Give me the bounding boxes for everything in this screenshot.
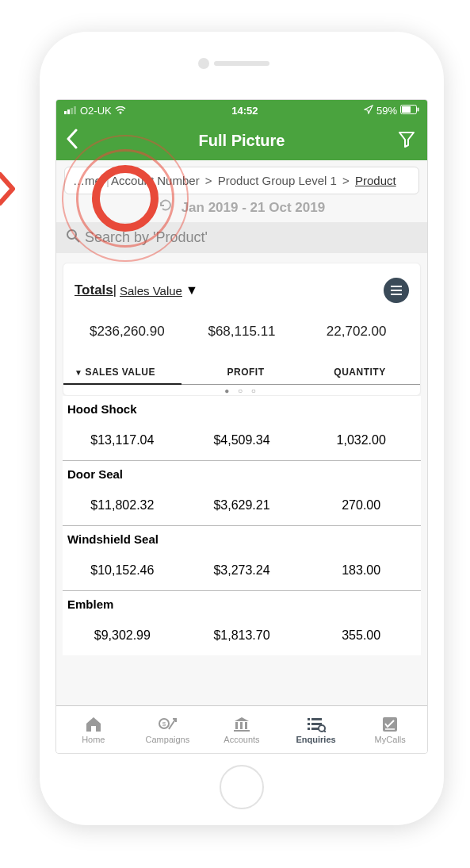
svg-text:$: $ bbox=[162, 720, 166, 728]
column-header-sales-label: SALES VALUE bbox=[85, 367, 155, 378]
refresh-icon bbox=[159, 200, 177, 215]
svg-rect-15 bbox=[235, 722, 238, 729]
svg-rect-20 bbox=[311, 718, 322, 720]
cell-quantity: 355.00 bbox=[301, 628, 421, 643]
totals-card: Totals | Sales Value ▼ $236,260.90 $68,1… bbox=[63, 263, 421, 396]
breadcrumb-prefix: …me bbox=[73, 174, 101, 187]
svg-rect-1 bbox=[67, 109, 70, 114]
cell-sales: $10,152.46 bbox=[63, 563, 182, 578]
svg-rect-7 bbox=[417, 107, 418, 111]
column-header-sales[interactable]: ▼SALES VALUE bbox=[67, 367, 189, 378]
totals-title[interactable]: Totals bbox=[75, 282, 113, 298]
camera-dot bbox=[198, 58, 209, 69]
svg-rect-18 bbox=[234, 730, 250, 732]
tab-label: Accounts bbox=[224, 735, 259, 744]
breadcrumb-separator: | bbox=[106, 174, 109, 187]
tab-bar: Home $ Campaigns Accounts Enquiries MyCa… bbox=[56, 705, 427, 753]
svg-point-8 bbox=[67, 230, 76, 239]
enquiries-icon bbox=[306, 716, 327, 733]
svg-point-4 bbox=[119, 111, 121, 113]
filter-button[interactable] bbox=[397, 129, 416, 152]
svg-rect-24 bbox=[311, 728, 319, 730]
phone-frame: O2-UK 14:52 59% Full Picture bbox=[40, 32, 444, 825]
cell-profit: $4,509.34 bbox=[182, 433, 302, 447]
table-row[interactable]: $10,152.46 $3,273.24 183.00 bbox=[63, 547, 421, 590]
cell-profit: $3,629.21 bbox=[182, 498, 302, 513]
breadcrumb-item-account-number[interactable]: Account Number bbox=[111, 174, 200, 187]
breadcrumb-chevron: > bbox=[205, 174, 212, 187]
breadcrumb-item-product[interactable]: Product bbox=[355, 174, 396, 187]
cell-sales: $13,117.04 bbox=[63, 433, 182, 447]
wifi-icon bbox=[115, 105, 126, 117]
battery-icon bbox=[400, 105, 419, 117]
tab-label: Home bbox=[82, 735, 105, 744]
search-icon bbox=[66, 229, 80, 247]
svg-line-26 bbox=[324, 731, 326, 732]
tab-accounts[interactable]: Accounts bbox=[204, 706, 279, 753]
column-header-profit[interactable]: PROFIT bbox=[189, 367, 303, 378]
battery-percent-label: 59% bbox=[376, 105, 397, 117]
row-name[interactable]: Emblem bbox=[63, 590, 421, 613]
speaker-slit bbox=[214, 61, 269, 66]
svg-rect-6 bbox=[402, 106, 411, 113]
svg-rect-3 bbox=[74, 106, 76, 114]
date-range[interactable]: Jan 2019 - 21 Oct 2019 bbox=[56, 194, 427, 222]
table-row[interactable]: $11,802.32 $3,629.21 270.00 bbox=[63, 482, 421, 525]
back-button[interactable] bbox=[66, 129, 78, 153]
nav-bar: Full Picture bbox=[56, 121, 427, 160]
signal-icon bbox=[64, 105, 77, 117]
search-placeholder: Search by 'Product' bbox=[85, 229, 208, 246]
cell-profit: $1,813.70 bbox=[182, 628, 302, 643]
totals-sales-value: $236,260.90 bbox=[70, 324, 185, 340]
tab-enquiries[interactable]: Enquiries bbox=[279, 706, 353, 753]
totals-profit-value: $68,115.11 bbox=[185, 324, 300, 340]
screen: O2-UK 14:52 59% Full Picture bbox=[55, 99, 428, 754]
totals-pipe: | bbox=[113, 283, 117, 298]
cell-quantity: 270.00 bbox=[301, 498, 421, 513]
table-row[interactable]: $9,302.99 $1,813.70 355.00 bbox=[63, 613, 421, 655]
status-bar: O2-UK 14:52 59% bbox=[56, 100, 427, 121]
svg-rect-16 bbox=[240, 722, 243, 729]
carrier-label: O2-UK bbox=[80, 105, 112, 117]
table-row[interactable]: $13,117.04 $4,509.34 1,032.00 bbox=[63, 417, 421, 460]
cell-sales: $11,802.32 bbox=[63, 498, 182, 513]
data-rows: Hood Shock $13,117.04 $4,509.34 1,032.00… bbox=[63, 396, 421, 655]
column-header-quantity[interactable]: QUANTITY bbox=[303, 367, 417, 378]
menu-button[interactable] bbox=[384, 278, 409, 303]
svg-rect-19 bbox=[308, 718, 310, 720]
location-icon bbox=[364, 105, 373, 117]
tab-campaigns[interactable]: $ Campaigns bbox=[131, 706, 205, 753]
tab-home[interactable]: Home bbox=[56, 706, 131, 753]
hamburger-icon bbox=[390, 282, 403, 299]
svg-rect-0 bbox=[64, 111, 67, 114]
tab-label: MyCalls bbox=[375, 735, 406, 744]
home-hardware-button[interactable] bbox=[220, 765, 264, 809]
campaigns-icon: $ bbox=[157, 716, 178, 733]
svg-point-25 bbox=[319, 725, 325, 732]
cell-quantity: 183.00 bbox=[301, 563, 421, 578]
row-name[interactable]: Windshield Seal bbox=[63, 525, 421, 547]
cell-sales: $9,302.99 bbox=[63, 628, 182, 643]
date-range-label: Jan 2019 - 21 Oct 2019 bbox=[182, 200, 325, 215]
tab-mycalls[interactable]: MyCalls bbox=[353, 706, 427, 753]
sort-down-icon: ▼ bbox=[75, 368, 82, 377]
search-bar[interactable]: Search by 'Product' bbox=[56, 222, 427, 253]
row-name[interactable]: Door Seal bbox=[63, 460, 421, 482]
breadcrumb[interactable]: …me |Account Number > Product Group Leve… bbox=[64, 167, 419, 194]
tab-label: Enquiries bbox=[296, 735, 336, 744]
breadcrumb-item-product-group[interactable]: Product Group Level 1 bbox=[218, 174, 337, 187]
clock-label: 14:52 bbox=[231, 105, 258, 117]
svg-line-9 bbox=[75, 238, 79, 242]
row-name[interactable]: Hood Shock bbox=[63, 396, 421, 417]
pagination-dots[interactable]: ● ○ ○ bbox=[63, 386, 420, 395]
mycalls-icon bbox=[380, 716, 400, 733]
totals-metric-picker[interactable]: Sales Value bbox=[120, 284, 182, 298]
callout-arrow-icon bbox=[0, 171, 19, 209]
column-headers: ▼SALES VALUE PROFIT QUANTITY bbox=[63, 359, 420, 385]
totals-quantity-value: 22,702.00 bbox=[299, 324, 414, 340]
phone-hardware-top bbox=[40, 32, 444, 95]
chevron-down-icon[interactable]: ▼ bbox=[185, 283, 198, 298]
cell-quantity: 1,032.00 bbox=[301, 433, 421, 447]
page-title: Full Picture bbox=[56, 132, 427, 150]
accounts-icon bbox=[231, 716, 252, 733]
